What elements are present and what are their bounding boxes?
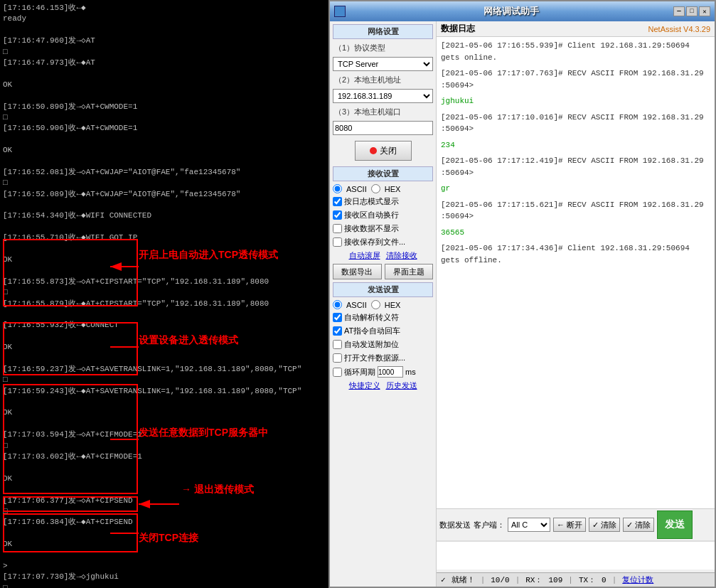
rx-value: 109 [548, 576, 562, 584]
app-icon [334, 6, 346, 17]
tx-value: 0 [602, 576, 607, 584]
open-file-row: 打开文件数据源... [333, 353, 433, 363]
history-send-link[interactable]: 历史发送 [386, 380, 417, 391]
auto-parse-label: 自动解析转义符 [344, 312, 399, 323]
send-hex-radio[interactable] [371, 300, 380, 309]
data-send-label: 数据发送 [439, 520, 471, 530]
reset-count-button[interactable]: 复位计数 [622, 574, 653, 585]
main-content: 网络设置 （1）协议类型 TCP Server （2）本地主机地址 192.16… [330, 21, 715, 587]
save-file-checkbox[interactable] [333, 237, 342, 247]
network-settings-header: 网络设置 [333, 24, 433, 39]
recv-settings-header: 接收设置 [333, 166, 433, 181]
send-textarea[interactable] [437, 541, 715, 570]
local-port-input[interactable] [333, 121, 433, 135]
title-buttons: — □ ✕ [673, 6, 710, 16]
title-bar: 网络调试助手 — □ ✕ [330, 1, 715, 21]
at-cmd-wrap-row: AT指令自动回车 [333, 326, 433, 336]
auto-scroll-link[interactable]: 自动滚屏 [349, 250, 380, 261]
loop-period-input[interactable] [378, 366, 403, 378]
close-button[interactable]: ✕ [699, 6, 710, 16]
clear-button-2[interactable]: ✓ 清除 [623, 518, 654, 532]
log-header: 数据日志 NetAssist V4.3.29 [437, 21, 715, 37]
loop-period-row: 循环周期 ms [333, 366, 433, 378]
window-title: 网络调试助手 [348, 5, 673, 18]
send-ascii-label: ASCII [346, 301, 367, 309]
terminal-panel: [17:16:46.153]收←◆ ready [17:16:47.960]发→… [0, 0, 328, 588]
log-panel: 数据日志 NetAssist V4.3.29 [2021-05-06 17:16… [437, 21, 715, 587]
tx-label: TX： [579, 574, 596, 585]
auto-send-pad-label: 自动发送附加位 [344, 339, 399, 350]
close-btn-label: 关闭 [380, 145, 397, 157]
log-title: 数据日志 [441, 23, 475, 35]
at-cmd-wrap-label: AT指令自动回车 [344, 326, 400, 336]
log-mode-checkbox[interactable] [333, 197, 342, 206]
send-ascii-radio[interactable] [333, 300, 342, 309]
log-content: [2021-05-06 17:16:55.939]# Client 192.16… [437, 37, 715, 508]
status-icon: ✓ [441, 575, 446, 584]
ratio-text: 10/0 [491, 576, 509, 584]
auto-wrap-row: 接收区自动换行 [333, 210, 433, 220]
local-ip-label: （2）本地主机地址 [333, 74, 433, 86]
log-mode-label: 按日志模式显示 [344, 196, 399, 207]
no-show-checkbox[interactable] [333, 224, 342, 233]
version-label: NetAssist V4.3.29 [648, 25, 710, 33]
auto-wrap-label: 接收区自动换行 [344, 210, 399, 220]
client-select[interactable]: All C [508, 518, 550, 532]
minimize-button[interactable]: — [673, 6, 685, 16]
loop-period-checkbox[interactable] [333, 368, 342, 377]
send-settings-header: 发送设置 [333, 282, 433, 297]
red-indicator [370, 147, 377, 154]
auto-parse-checkbox[interactable] [333, 313, 342, 322]
disconnect-button[interactable]: ← 断开 [553, 518, 586, 532]
terminal-text: [17:16:46.153]收←◆ ready [17:16:47.960]发→… [3, 3, 326, 588]
local-ip-dropdown[interactable]: 192.168.31.189 [333, 89, 433, 103]
save-file-label: 接收保存到文件... [344, 237, 405, 247]
auto-send-pad-checkbox[interactable] [333, 340, 342, 349]
recv-hex-radio[interactable] [371, 184, 380, 193]
data-export-button[interactable]: 数据导出 [333, 264, 382, 279]
log-mode-row: 按日志模式显示 [333, 196, 433, 207]
open-file-checkbox[interactable] [333, 353, 342, 363]
auto-parse-row: 自动解析转义符 [333, 312, 433, 323]
no-show-row: 接收数据不显示 [333, 223, 433, 234]
settings-panel: 网络设置 （1）协议类型 TCP Server （2）本地主机地址 192.16… [330, 21, 437, 587]
open-file-label: 打开文件数据源... [344, 353, 405, 363]
at-cmd-wrap-checkbox[interactable] [333, 326, 342, 336]
clear-button-1[interactable]: ✓ 清除 [589, 518, 620, 532]
maximize-button[interactable]: □ [686, 6, 698, 16]
protocol-label: （1）协议类型 [333, 42, 433, 54]
send-hex-label: HEX [385, 301, 401, 309]
interface-theme-button[interactable]: 界面主题 [385, 264, 434, 279]
export-buttons-row: 数据导出 界面主题 [333, 264, 433, 279]
status-text: 就绪！ [451, 574, 475, 585]
close-listen-button[interactable]: 关闭 [355, 141, 412, 161]
send-toolbar: 数据发送 客户端： All C ← 断开 ✓ 清除 ✓ 清除 发送 [437, 509, 715, 541]
send-encoding-row: ASCII HEX [333, 300, 433, 309]
client-label: 客户端： [474, 520, 505, 530]
no-show-label: 接收数据不显示 [344, 223, 399, 234]
auto-send-pad-row: 自动发送附加位 [333, 339, 433, 350]
recv-links-row: 自动滚屏 清除接收 [333, 250, 433, 261]
recv-encoding-row: ASCII HEX [333, 184, 433, 193]
quick-define-link[interactable]: 快捷定义 [349, 380, 380, 391]
netassist-window: 网络调试助手 — □ ✕ 网络设置 （1）协议类型 TCP Server （2）… [328, 0, 716, 588]
recv-ascii-radio[interactable] [333, 184, 342, 193]
send-links-row: 快捷定义 历史发送 [333, 380, 433, 391]
protocol-dropdown[interactable]: TCP Server [333, 57, 433, 71]
send-button[interactable]: 发送 [657, 511, 693, 539]
local-port-label: （3）本地主机端口 [333, 106, 433, 118]
rx-label: RX： [525, 574, 543, 585]
save-file-row: 接收保存到文件... [333, 237, 433, 247]
send-area: 数据发送 客户端： All C ← 断开 ✓ 清除 ✓ 清除 发送 [437, 508, 715, 572]
recv-hex-label: HEX [385, 185, 401, 193]
auto-wrap-checkbox[interactable] [333, 210, 342, 220]
recv-ascii-label: ASCII [346, 185, 367, 193]
loop-period-unit: ms [405, 368, 416, 376]
loop-period-label: 循环周期 [344, 367, 375, 378]
status-bar: ✓ 就绪！ | 10/0 | RX： 109 | TX： 0 | 复位计数 [437, 572, 715, 587]
clear-recv-link[interactable]: 清除接收 [386, 250, 417, 261]
